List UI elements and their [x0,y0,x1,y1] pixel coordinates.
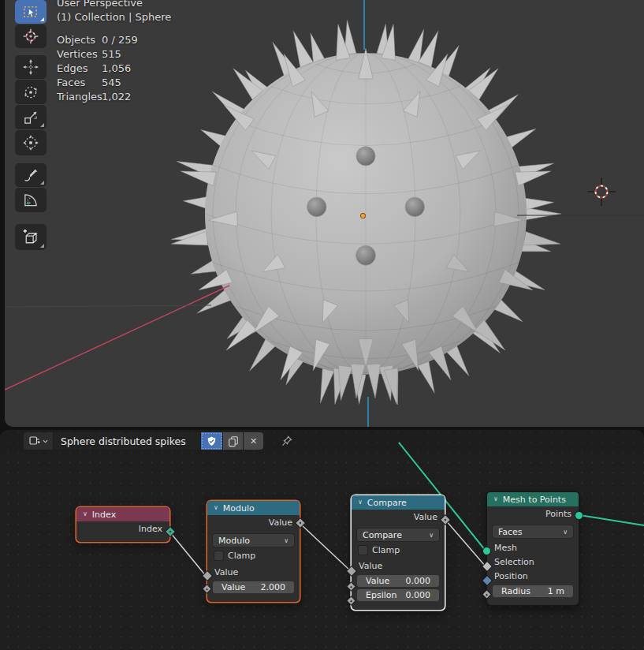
measure-icon [22,192,39,209]
z-axis-line-bottom [367,397,369,427]
dropdown-value: Faces [498,527,523,537]
value-number-field[interactable]: Value 2.000 [213,581,294,593]
duplicate-data-button[interactable] [223,432,243,450]
collapse-chevron-icon[interactable]: ∨ [83,510,87,517]
operation-dropdown[interactable]: Compare ∨ [357,529,439,541]
rotate-icon [22,84,39,101]
clamp-checkbox[interactable] [359,546,367,555]
node-mesh-to-points-header[interactable]: ∨ Mesh to Points [487,492,579,506]
view-perspective-label: User Perspective [57,0,171,10]
clamp-row: Clamp [207,547,300,562]
chevron-down-icon: ∨ [563,529,568,536]
input-label-value: Value [352,556,445,573]
stat-value: 1,056 [102,62,131,76]
node-index-header[interactable]: ∨ Index [76,507,169,521]
tool-rotate-button[interactable] [15,80,47,104]
collapse-chevron-icon[interactable]: ∨ [493,495,498,502]
node-title: Index [92,510,116,520]
tool-scale-button[interactable] [15,105,47,129]
epsilon-number-field[interactable]: Epsilon 0.000 [357,589,439,601]
wire-geometry-out [579,515,644,525]
value-number-field[interactable]: Value 0.000 [357,575,439,587]
stat-value: 545 [102,76,121,90]
clamp-checkbox[interactable] [214,551,223,560]
viewport-stats-overlay: User Perspective (1) Collection | Sphere… [57,0,171,104]
stat-value: 0 / 259 [102,33,138,47]
socket-radius-input[interactable] [483,591,491,599]
collapse-chevron-icon[interactable]: ∨ [214,504,218,511]
node-index[interactable]: ∨ Index Index [76,507,169,542]
shield-check-icon [206,435,218,447]
node-title: Mesh to Points [503,495,566,505]
input-label-position: Position [487,569,579,583]
cursor-tool-icon [22,28,39,45]
chevron-down-icon [43,439,48,444]
3d-cursor [584,174,619,209]
output-label-points: Points [487,506,579,521]
tool-box-select-button[interactable] [15,0,47,24]
socket-points-output[interactable] [575,512,583,519]
input-label-value: Value [207,562,300,579]
active-object-breadcrumb: (1) Collection | Sphere [57,10,171,24]
tool-measure-button[interactable] [15,188,47,212]
input-label-selection: Selection [487,555,579,569]
field-label: Value [366,576,389,586]
node-modulo-header[interactable]: ∨ Modulo [207,501,300,515]
move-icon [22,58,39,76]
unlink-data-button[interactable]: ✕ [244,432,263,450]
tool-transform-button[interactable] [15,130,47,155]
input-label-mesh: Mesh [487,538,579,555]
geometry-node-editor[interactable]: Sphere distributed spikes ✕ [0,430,644,650]
node-title: Modulo [223,503,255,514]
collapse-chevron-icon[interactable]: ∨ [358,499,363,506]
wire-index-to-modulo [170,532,207,577]
fake-user-shield-button[interactable] [201,432,222,450]
pin-button[interactable] [281,435,293,447]
stat-label: Objects [57,33,102,47]
clamp-label: Clamp [372,545,400,555]
pin-icon [281,435,293,447]
stat-row: Objects0 / 259 [57,33,171,47]
node-tree-selector: Sphere distributed spikes ✕ [24,432,293,450]
add-cube-icon [21,228,40,247]
node-tree-icon [28,435,41,447]
node-modulo[interactable]: ∨ Modulo Value Modulo ∨ Clamp Value Valu… [207,501,300,602]
mode-dropdown[interactable]: Faces ∨ [493,525,573,538]
socket-mesh-input[interactable] [483,547,490,555]
stat-label: Vertices [57,47,102,62]
stat-row: Edges1,056 [57,62,171,76]
socket-compare-input-epsilon[interactable] [348,597,356,605]
field-label: Radius [501,586,530,596]
tool-add-cube-button[interactable] [15,224,47,250]
output-label-value: Value [207,515,300,529]
grid-line-left [6,305,211,307]
transform-icon [22,134,39,151]
z-axis-line-top [363,0,365,50]
output-label-value: Value [352,510,445,524]
chevron-down-icon: ∨ [429,532,434,539]
field-value: 1 m [548,586,564,596]
tool-cursor-button[interactable] [15,24,47,48]
node-mesh-to-points[interactable]: ∨ Mesh to Points Points Faces ∨ Mesh Sel… [487,492,579,605]
stat-row: Faces545 [57,76,171,90]
viewport-3d[interactable]: User Perspective (1) Collection | Sphere… [5,0,644,427]
operation-dropdown[interactable]: Modulo ∨ [213,534,294,547]
node-compare[interactable]: ∨ Compare Value Compare ∨ Clamp Value Va… [352,495,445,610]
object-origin-dot[interactable] [361,214,365,218]
tool-annotate-button[interactable] [15,163,47,187]
stat-label: Edges [57,62,102,76]
node-tree-name-field[interactable]: Sphere distributed spikes [54,432,200,450]
socket-modulo-input-value2[interactable] [203,585,211,593]
field-value: 0.000 [406,576,431,586]
radius-number-field[interactable]: Radius 1 m [493,585,573,597]
scene-statistics: Objects0 / 259 Vertices515 Edges1,056 Fa… [57,33,171,104]
dropdown-value: Modulo [218,536,250,546]
tool-move-button[interactable] [15,55,47,79]
node-compare-header[interactable]: ∨ Compare [352,495,445,510]
socket-compare-input-value2[interactable] [348,583,356,591]
blender-window: User Perspective (1) Collection | Sphere… [0,0,644,650]
field-value: 0.000 [406,590,431,600]
chevron-down-icon: ∨ [284,537,288,544]
node-tree-type-button[interactable] [24,432,53,450]
output-label-index: Index [76,521,169,536]
